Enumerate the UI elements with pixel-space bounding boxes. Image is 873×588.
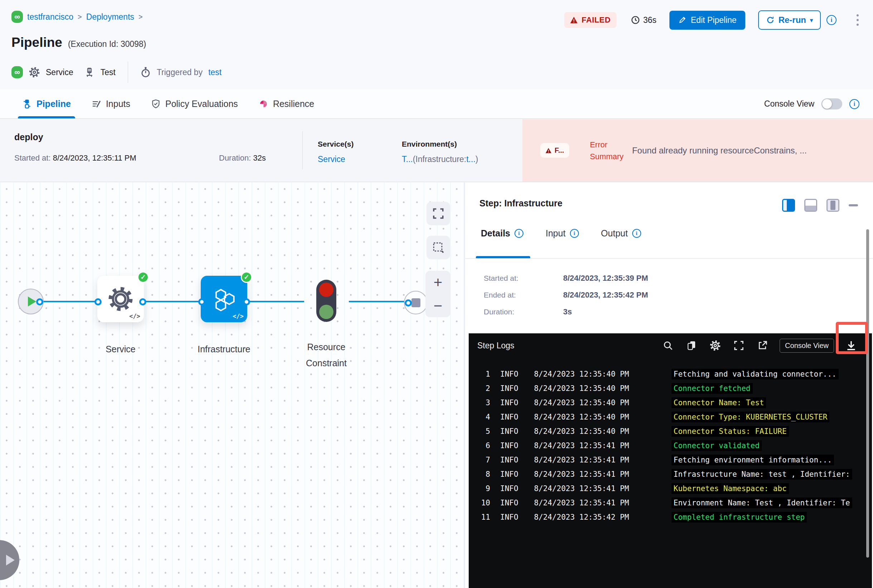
zoom-out-button[interactable]: − bbox=[434, 298, 443, 314]
log-settings-button[interactable] bbox=[709, 339, 722, 352]
tab-resilience[interactable]: Resilience bbox=[259, 89, 314, 118]
search-logs-button[interactable] bbox=[661, 339, 675, 352]
gear-icon bbox=[29, 66, 40, 78]
log-lines[interactable]: 1 INFO 8/24/2023 12:35:40 PM Fetching an… bbox=[469, 358, 872, 524]
info-icon[interactable]: i bbox=[570, 229, 579, 238]
log-line-number: 5 bbox=[469, 427, 490, 436]
minimize-panel-button[interactable] bbox=[849, 204, 858, 206]
edge-port bbox=[198, 298, 205, 306]
services-header: Service(s) bbox=[318, 140, 353, 148]
log-line: 1 INFO 8/24/2023 12:35:40 PM Fetching an… bbox=[469, 367, 872, 381]
breadcrumb-deployments-link[interactable]: Deployments bbox=[86, 12, 134, 22]
log-line-number: 8 bbox=[469, 470, 490, 478]
node-label[interactable]: Service bbox=[85, 341, 156, 357]
rerun-button[interactable]: Re-run ▾ bbox=[758, 10, 821, 30]
tab-output[interactable]: Outputi bbox=[601, 228, 641, 238]
layout-bottom-view-button[interactable] bbox=[804, 199, 817, 212]
node-label[interactable]: Infrastructure bbox=[188, 341, 260, 357]
log-message: Completed infrastructure step bbox=[672, 512, 807, 522]
layout-right-view-button[interactable] bbox=[782, 199, 795, 212]
triggered-by-label: Triggered by bbox=[157, 68, 203, 77]
error-summary-text: Found already running resourceConstrains… bbox=[632, 146, 807, 156]
tab-input[interactable]: Inputi bbox=[545, 228, 579, 238]
step-logs-console: Step Logs bbox=[469, 333, 872, 588]
log-line-number: 10 bbox=[469, 499, 490, 507]
layout-minimized-view-button[interactable] bbox=[826, 199, 839, 212]
environments-column: Environment(s) T...(Infrastructure:t...) bbox=[402, 140, 478, 164]
edge-port bbox=[95, 298, 102, 306]
download-icon bbox=[845, 339, 857, 352]
log-message: Connector fetched bbox=[672, 383, 753, 394]
graph-edge bbox=[247, 301, 304, 302]
services-column: Service(s) Service bbox=[318, 140, 353, 164]
log-line: 9 INFO 8/24/2023 12:35:41 PM Kubernetes … bbox=[469, 482, 872, 496]
resource-constraint-node[interactable] bbox=[316, 280, 336, 322]
infrastructure-step-node[interactable]: </> bbox=[201, 276, 247, 322]
trigger-user-link[interactable]: test bbox=[208, 68, 221, 77]
execution-tabbar: Pipeline Inputs Policy Evaluations Resil… bbox=[0, 89, 873, 119]
stage-name[interactable]: deploy bbox=[14, 132, 43, 142]
chevron-right-icon: > bbox=[78, 13, 82, 21]
warning-icon bbox=[570, 16, 578, 24]
log-line: 8 INFO 8/24/2023 12:35:41 PM Infrastruct… bbox=[469, 467, 872, 482]
log-line-number: 6 bbox=[469, 441, 490, 450]
console-view-toggle[interactable] bbox=[822, 98, 842, 110]
zoom-in-button[interactable]: + bbox=[434, 275, 443, 290]
tab-details[interactable]: Detailsi bbox=[481, 228, 523, 238]
expand-logs-button[interactable] bbox=[732, 339, 745, 352]
log-line: 2 INFO 8/24/2023 12:35:40 PM Connector f… bbox=[469, 381, 872, 396]
open-in-new-button[interactable] bbox=[756, 339, 769, 352]
tab-policy-evaluations[interactable]: Policy Evaluations bbox=[151, 89, 238, 118]
log-level: INFO bbox=[500, 370, 518, 378]
step-logs-title: Step Logs bbox=[477, 341, 514, 351]
log-timestamp: 8/24/2023 12:35:41 PM bbox=[534, 456, 642, 464]
edit-pipeline-button[interactable]: Edit Pipeline bbox=[669, 11, 745, 30]
expand-nav-button[interactable] bbox=[0, 540, 19, 580]
log-level: INFO bbox=[500, 427, 518, 436]
step-detail-panel: Step: Infrastructure Detailsi Inputi Out… bbox=[465, 182, 873, 588]
template-code-glyph: </> bbox=[233, 313, 243, 320]
environment-icon bbox=[84, 67, 95, 78]
log-line: 6 INFO 8/24/2023 12:35:41 PM Connector v… bbox=[469, 438, 872, 453]
traffic-red-light bbox=[319, 282, 334, 297]
log-message: Kubernetes Namespace: abc bbox=[672, 483, 789, 494]
marquee-select-button[interactable] bbox=[427, 236, 450, 259]
pipeline-graph-canvas[interactable]: </> ✓ Service </> ✓ Infrastructure Resou… bbox=[0, 182, 465, 588]
info-icon[interactable]: i bbox=[632, 229, 641, 238]
external-link-icon bbox=[757, 340, 768, 351]
pipeline-icon bbox=[22, 99, 32, 109]
info-icon[interactable]: i bbox=[826, 15, 837, 25]
graph-edge bbox=[349, 301, 408, 302]
resilience-icon bbox=[259, 99, 268, 109]
tab-inputs[interactable]: Inputs bbox=[92, 89, 130, 118]
copy-icon bbox=[686, 340, 697, 351]
infrastructure-link[interactable]: t... bbox=[466, 154, 475, 164]
more-options-menu[interactable] bbox=[855, 13, 860, 27]
log-console-view-button[interactable]: Console View bbox=[780, 339, 834, 352]
error-summary-zone: F... Error Summary Found already running… bbox=[522, 119, 873, 182]
stage-summary-bar: deploy Started at: 8/24/2023, 12:35:11 P… bbox=[0, 119, 873, 182]
success-check-badge: ✓ bbox=[137, 272, 149, 283]
error-summary-label: Error Summary bbox=[590, 139, 632, 162]
info-icon[interactable]: i bbox=[849, 99, 859, 109]
copy-logs-button[interactable] bbox=[685, 339, 698, 352]
tab-pipeline[interactable]: Pipeline bbox=[22, 89, 71, 118]
panel-scrollbar[interactable] bbox=[866, 229, 869, 558]
environment-link[interactable]: T... bbox=[402, 154, 413, 164]
log-level: INFO bbox=[500, 456, 518, 464]
node-label[interactable]: Resource Constraint bbox=[290, 339, 362, 371]
fit-to-screen-button[interactable] bbox=[427, 202, 450, 225]
marquee-icon bbox=[432, 242, 444, 254]
service-step-node[interactable]: </> bbox=[97, 276, 144, 322]
service-meta-label[interactable]: Service bbox=[46, 68, 74, 77]
log-timestamp: 8/24/2023 12:35:42 PM bbox=[534, 513, 642, 522]
app-root: ∞ testfrancisco > Deployments > Pipeline… bbox=[0, 0, 873, 588]
breadcrumb-project-link[interactable]: testfrancisco bbox=[27, 12, 74, 22]
log-line: 10 INFO 8/24/2023 12:35:41 PM Environmen… bbox=[469, 496, 872, 510]
service-link[interactable]: Service bbox=[318, 154, 345, 164]
environment-value: T...(Infrastructure:t...) bbox=[402, 154, 478, 164]
inputs-icon bbox=[92, 99, 101, 109]
info-icon[interactable]: i bbox=[514, 229, 523, 238]
download-logs-button[interactable] bbox=[845, 339, 858, 352]
test-meta-label[interactable]: Test bbox=[101, 68, 116, 77]
